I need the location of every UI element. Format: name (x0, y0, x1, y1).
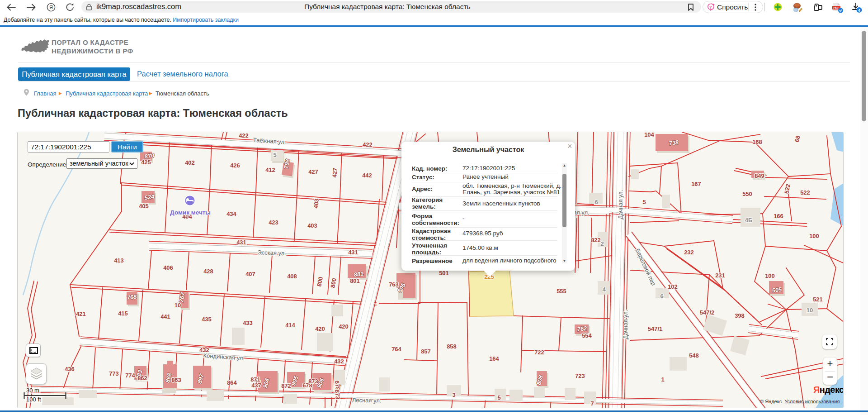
svg-text:524: 524 (144, 193, 155, 201)
svg-text:406: 406 (163, 264, 173, 271)
svg-text:423: 423 (269, 219, 278, 226)
svg-text:862: 862 (137, 375, 147, 382)
svg-text:398: 398 (735, 312, 745, 319)
svg-text:100: 100 (765, 272, 775, 279)
svg-text:5: 5 (497, 394, 500, 401)
svg-text:768: 768 (127, 293, 137, 301)
svg-text:505: 505 (772, 286, 783, 294)
svg-text:420: 420 (315, 325, 325, 332)
svg-text:100: 100 (809, 233, 819, 239)
svg-text:10: 10 (175, 302, 181, 309)
svg-text:822: 822 (591, 237, 601, 243)
svg-text:432: 432 (199, 347, 209, 353)
svg-text:Домик мечты: Домик мечты (170, 209, 211, 216)
svg-text:2: 2 (600, 240, 604, 247)
svg-text:738: 738 (669, 139, 679, 147)
svg-text:420: 420 (339, 323, 349, 330)
svg-text:6: 6 (660, 293, 663, 300)
svg-text:412: 412 (265, 167, 275, 173)
svg-text:442: 442 (362, 172, 372, 179)
svg-text:723: 723 (575, 372, 585, 379)
svg-text:763: 763 (389, 281, 399, 288)
svg-text:4: 4 (858, 8, 861, 13)
svg-text:403: 403 (307, 222, 317, 229)
svg-text:7: 7 (590, 400, 594, 407)
svg-text:422: 422 (239, 132, 249, 139)
svg-text:164: 164 (489, 355, 499, 362)
svg-text:547/2: 547/2 (700, 309, 715, 316)
svg-text:881: 881 (354, 270, 364, 278)
svg-text:864: 864 (227, 379, 237, 386)
svg-text:403: 403 (312, 198, 320, 209)
svg-text:Эсская ул.: Эсская ул. (257, 249, 286, 257)
svg-text:873: 873 (334, 389, 341, 400)
svg-text:858: 858 (447, 343, 457, 350)
svg-text:5: 5 (273, 152, 276, 158)
svg-text:104: 104 (644, 132, 654, 138)
svg-text:425: 425 (141, 159, 151, 166)
svg-text:437: 437 (251, 382, 261, 389)
svg-text:232: 232 (684, 249, 694, 256)
svg-text:872: 872 (281, 382, 291, 389)
svg-text:436: 436 (65, 366, 75, 372)
svg-text:Дачная ул.: Дачная ул. (617, 190, 624, 219)
svg-text:415: 415 (118, 310, 128, 317)
svg-text:?: ? (709, 5, 712, 10)
svg-text:5: 5 (642, 199, 646, 205)
svg-text:521: 521 (813, 296, 823, 303)
svg-text:762: 762 (577, 325, 588, 333)
svg-text:432: 432 (334, 358, 344, 365)
svg-text:6: 6 (594, 199, 598, 205)
svg-text:863: 863 (171, 377, 181, 383)
svg-text:554: 554 (582, 332, 592, 339)
svg-text:555: 555 (557, 288, 566, 295)
svg-text:422: 422 (363, 141, 373, 148)
svg-text:870: 870 (144, 152, 155, 160)
svg-text:773: 773 (109, 370, 119, 377)
svg-text:764: 764 (392, 346, 401, 353)
svg-text:427: 427 (331, 167, 339, 178)
svg-text:433: 433 (243, 320, 253, 326)
svg-text:167: 167 (691, 181, 701, 187)
svg-text:ая ул.: ая ул. (573, 209, 590, 216)
svg-text:547/1: 547/1 (648, 325, 663, 332)
svg-text:414: 414 (285, 322, 295, 329)
svg-text:Лесная ул.: Лесная ул. (352, 396, 382, 404)
svg-text:231: 231 (715, 272, 725, 279)
svg-text:102: 102 (668, 283, 678, 290)
svg-text:434: 434 (226, 210, 236, 217)
svg-text:407: 407 (245, 271, 255, 277)
svg-text:774: 774 (125, 372, 135, 379)
svg-text:405: 405 (139, 203, 149, 210)
svg-text:722: 722 (534, 349, 544, 356)
svg-text:3: 3 (452, 391, 455, 398)
svg-text:522: 522 (800, 189, 810, 196)
svg-text:801: 801 (350, 277, 360, 284)
svg-text:428: 428 (203, 268, 213, 275)
svg-text:Я: Я (49, 5, 53, 10)
svg-text:10: 10 (807, 307, 813, 314)
svg-text:548: 548 (689, 352, 699, 359)
svg-text:427: 427 (308, 168, 318, 175)
svg-text:431: 431 (348, 249, 358, 256)
svg-text:857: 857 (421, 348, 431, 355)
svg-text:426: 426 (230, 162, 240, 169)
svg-text:501: 501 (439, 270, 449, 277)
svg-text:413: 413 (114, 257, 124, 264)
svg-text:4Б: 4Б (745, 217, 753, 224)
svg-text:408: 408 (287, 273, 297, 280)
svg-text:Дачная ул.: Дачная ул. (622, 310, 629, 339)
svg-text:PDF: PDF (834, 6, 840, 10)
svg-text:166: 166 (774, 213, 783, 219)
svg-text:849: 849 (755, 172, 764, 179)
svg-text:550: 550 (742, 191, 752, 197)
svg-text:435: 435 (202, 316, 212, 323)
svg-text:1: 1 (661, 376, 664, 383)
svg-text:421: 421 (76, 310, 86, 317)
svg-text:402: 402 (185, 159, 195, 166)
svg-text:441: 441 (160, 313, 170, 320)
svg-text:168: 168 (752, 138, 762, 145)
svg-text:431: 431 (236, 239, 246, 246)
svg-text:4: 4 (602, 286, 606, 293)
